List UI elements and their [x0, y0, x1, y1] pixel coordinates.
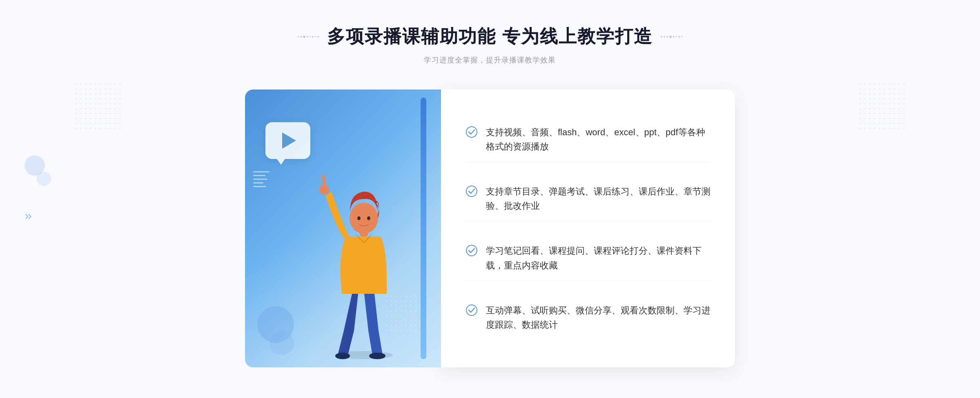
dot-6 — [312, 36, 314, 38]
check-icon-1 — [466, 126, 478, 138]
feature-item-1: 支持视频、音频、flash、word、excel、ppt、pdf等各种格式的资源… — [466, 117, 710, 162]
feature-text-4: 互动弹幕、试听购买、微信分享、观看次数限制、学习进度跟踪、数据统计 — [486, 303, 710, 332]
dot-r8 — [681, 36, 682, 37]
main-title: 多项录播课辅助功能 专为线上教学打造 — [327, 25, 652, 49]
svg-point-8 — [466, 127, 477, 137]
svg-point-6 — [357, 217, 361, 220]
dot-r3 — [666, 36, 668, 38]
page-arrow-left-decoration: » — [24, 208, 32, 223]
dot-2 — [300, 36, 302, 38]
bg-dots-left — [74, 82, 122, 131]
subtitle: 学习进度全掌握，提升录播课教学效果 — [298, 55, 682, 65]
feature-item-3: 学习笔记回看、课程提问、课程评论打分、课件资料下载，重点内容收藏 — [466, 235, 710, 281]
svg-point-1 — [335, 353, 350, 359]
dot-r4 — [669, 36, 672, 38]
features-panel: 支持视频、音频、flash、word、excel、ppt、pdf等各种格式的资源… — [441, 89, 735, 367]
play-icon — [282, 132, 296, 149]
svg-point-11 — [466, 305, 477, 315]
play-bubble — [265, 122, 310, 159]
main-content: 支持视频、音频、flash、word、excel、ppt、pdf等各种格式的资源… — [245, 89, 735, 367]
line-4 — [253, 182, 263, 183]
dot-r5 — [673, 36, 675, 38]
dot-1 — [298, 36, 299, 37]
feature-text-1: 支持视频、音频、flash、word、excel、ppt、pdf等各种格式的资源… — [486, 125, 710, 154]
feature-text-2: 支持章节目录、弹题考试、课后练习、课后作业、章节测验、批改作业 — [486, 184, 710, 213]
svg-point-2 — [369, 353, 385, 359]
left-dots — [298, 36, 319, 38]
accent-bar — [421, 98, 426, 359]
dot-5 — [310, 36, 311, 37]
dot-8 — [317, 36, 319, 38]
feature-item-4: 互动弹幕、试听购买、微信分享、观看次数限制、学习进度跟踪、数据统计 — [466, 295, 710, 340]
deco-shape-blue-2 — [37, 172, 51, 186]
svg-point-3 — [319, 185, 329, 195]
title-row: 多项录播课辅助功能 专为线上教学打造 — [298, 25, 682, 49]
dot-7 — [315, 36, 316, 37]
svg-point-5 — [350, 203, 378, 234]
lines-decoration — [253, 171, 270, 187]
title-left-decoration — [298, 36, 319, 38]
dot-4 — [307, 36, 308, 38]
svg-point-10 — [466, 245, 477, 256]
svg-point-7 — [367, 217, 370, 220]
illustration-panel — [245, 89, 441, 367]
check-icon-3 — [466, 244, 478, 257]
check-icon-2 — [466, 185, 478, 197]
feature-item-2: 支持章节目录、弹题考试、课后练习、课后作业、章节测验、批改作业 — [466, 176, 710, 221]
line-3 — [253, 179, 267, 180]
dot-3 — [303, 36, 305, 38]
deco-circle-2 — [270, 331, 294, 355]
line-2 — [253, 175, 265, 176]
line-5 — [253, 186, 266, 187]
dot-r1 — [661, 36, 662, 38]
title-right-decoration — [661, 36, 682, 38]
bg-dots-right — [858, 82, 906, 131]
dot-r7 — [678, 36, 680, 38]
dot-r6 — [676, 36, 677, 37]
check-icon-4 — [466, 304, 478, 316]
right-dots — [661, 36, 682, 38]
person-svg — [311, 155, 417, 359]
header-section: 多项录播课辅助功能 专为线上教学打造 学习进度全掌握，提升录播课教学效果 — [298, 25, 682, 65]
line-1 — [253, 171, 270, 172]
feature-text-3: 学习笔记回看、课程提问、课程评论打分、课件资料下载，重点内容收藏 — [486, 244, 710, 272]
dot-r2 — [664, 36, 665, 38]
person-figure — [311, 155, 417, 359]
svg-point-9 — [466, 186, 477, 197]
